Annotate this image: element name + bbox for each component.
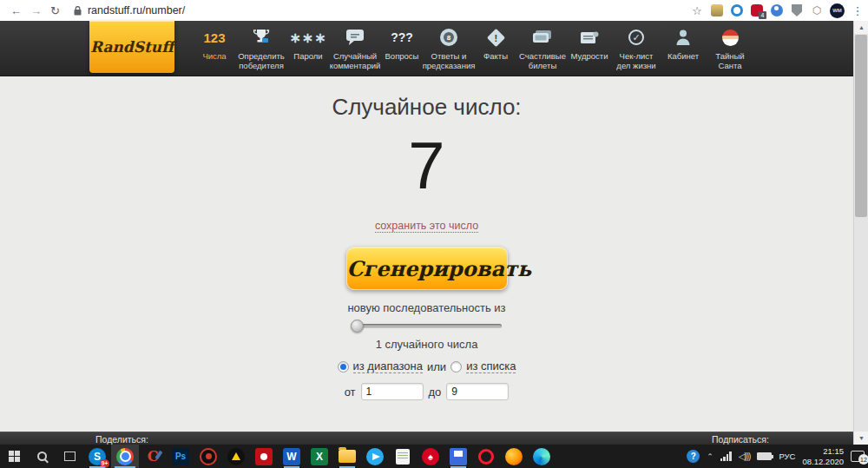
pokerstars-app-icon[interactable]: ♠ <box>417 445 444 468</box>
task-view-icon[interactable] <box>56 445 83 468</box>
battery-icon[interactable] <box>757 452 772 460</box>
skype-app-icon[interactable]: S9+ <box>83 445 111 468</box>
excel-app-icon[interactable]: X <box>306 445 333 468</box>
language-indicator[interactable]: РУС <box>779 452 795 461</box>
from-input[interactable] <box>361 383 424 400</box>
volume-icon[interactable]: ◁))) <box>739 452 751 461</box>
page-title: Случайное число: <box>0 94 853 121</box>
skype-badge: 9+ <box>100 459 109 468</box>
slider-knob[interactable] <box>351 320 364 333</box>
network-icon[interactable] <box>720 452 732 461</box>
bookmark-star-icon[interactable]: ☆ <box>690 3 704 17</box>
start-button[interactable] <box>0 445 28 468</box>
scrollbar-thumb[interactable] <box>855 35 867 217</box>
notepad-app-icon[interactable] <box>389 445 417 468</box>
check-badge-icon: ✓ <box>628 26 644 49</box>
nav-item-lucky-tickets[interactable]: Счастливые билеты <box>519 26 566 71</box>
nav-item-cabinet[interactable]: Кабинет <box>660 26 707 71</box>
nav-item-secret-santa[interactable]: Тайный Санта <box>707 26 753 71</box>
range-radio-label[interactable]: из диапазона <box>353 359 424 373</box>
screen: ← → ↻ randstuff.ru/number/ ☆ 4 ⬡ WM ⋮ Ra… <box>0 0 868 468</box>
numbers-123-icon: 123 <box>203 26 225 49</box>
edge-app-icon[interactable] <box>528 445 556 468</box>
password-extension-icon[interactable] <box>771 4 783 16</box>
save-number-link[interactable]: сохранить это число <box>375 220 478 233</box>
generate-button[interactable]: Сгенерировать <box>346 247 508 290</box>
record-app-icon[interactable] <box>194 445 222 468</box>
cleaner-app-icon[interactable]: C <box>139 445 167 468</box>
extension-icon[interactable] <box>711 4 723 16</box>
to-input[interactable] <box>446 383 509 400</box>
photoshop-app-icon[interactable]: Ps <box>167 445 194 468</box>
nav-item-passwords[interactable]: ∗∗∗ Пароли <box>285 26 332 71</box>
browser-toolbar: ← → ↻ randstuff.ru/number/ ☆ 4 ⬡ WM ⋮ <box>0 0 868 21</box>
list-radio-label[interactable]: из списка <box>466 359 516 373</box>
list-radio[interactable] <box>450 361 462 372</box>
slider-track[interactable] <box>352 324 502 328</box>
notification-center-icon[interactable]: 12 <box>851 451 865 462</box>
site-navbar: RandStuff 123 Числа Определить победител… <box>0 21 868 76</box>
opera-app-icon[interactable] <box>472 445 500 468</box>
address-url[interactable]: randstuff.ru/number/ <box>88 4 185 16</box>
back-icon[interactable]: ← <box>10 4 22 17</box>
firefox-app-icon[interactable] <box>500 445 528 468</box>
nav-item-wisdom[interactable]: Мудрости <box>566 26 613 71</box>
asterisks-icon: ∗∗∗ <box>289 26 326 49</box>
file-explorer-icon[interactable] <box>333 445 361 468</box>
range-radio[interactable] <box>338 361 349 372</box>
page-scrollbar[interactable]: ▲ ▼ <box>853 21 868 445</box>
word-app-icon[interactable]: W <box>278 445 306 468</box>
nav-items: 123 Числа Определить победителя ∗∗∗ Паро… <box>191 26 753 71</box>
help-tray-icon[interactable]: ? <box>687 450 700 463</box>
browser-menu-icon[interactable]: ⋮ <box>851 3 865 17</box>
notification-badge: 12 <box>858 454 868 465</box>
site-logo[interactable]: RandStuff <box>89 21 174 73</box>
to-label: до <box>429 386 442 399</box>
search-icon[interactable] <box>28 445 56 468</box>
from-label: от <box>345 386 356 399</box>
scroll-down-icon[interactable]: ▼ <box>854 432 868 445</box>
nav-item-questions[interactable]: ??? Вопросы <box>378 26 425 71</box>
nav-item-numbers[interactable]: 123 Числа <box>191 26 238 71</box>
count-slider[interactable] <box>352 320 502 333</box>
triangle-app-icon[interactable] <box>222 445 250 468</box>
telegram-app-icon[interactable] <box>361 445 389 468</box>
sequence-text: новую последовательность из <box>0 301 853 314</box>
adblock-extension-icon[interactable]: 4 <box>750 3 764 17</box>
diamond-exclamation-icon: ! <box>490 26 503 49</box>
floppy-app-icon[interactable] <box>444 445 472 468</box>
chrome-app-icon[interactable] <box>111 445 139 468</box>
lock-icon[interactable] <box>74 6 82 16</box>
hidden-icons-chevron[interactable]: ⌃ <box>707 452 713 461</box>
windows-taskbar: S9+ C Ps W X ♠ ? ⌃ ◁))) РУС 21:15 08.12.… <box>0 445 868 468</box>
question-marks-icon: ??? <box>391 26 413 49</box>
eight-ball-icon: 8 <box>440 26 457 49</box>
forward-icon[interactable]: → <box>30 4 42 17</box>
trophy-icon <box>253 26 270 49</box>
extensions-puzzle-icon[interactable]: ⬡ <box>810 3 824 17</box>
adblock-badge: 4 <box>759 11 766 19</box>
tray-date: 08.12.2020 <box>802 457 844 466</box>
nav-item-facts[interactable]: ! Факты <box>472 26 519 71</box>
nav-item-checklist[interactable]: ✓ Чек-лист дел жизни <box>613 26 660 71</box>
scroll-icon <box>579 26 600 49</box>
scroll-up-icon[interactable]: ▲ <box>854 21 868 34</box>
person-icon <box>675 26 691 49</box>
nav-item-answers[interactable]: 8 Ответы и предсказания <box>425 26 472 71</box>
santa-icon <box>722 26 739 49</box>
range-inputs-row: от до <box>0 383 853 400</box>
nav-item-random-comment[interactable]: Случайный комментарий <box>332 26 378 71</box>
tickets-icon <box>532 26 553 49</box>
clock[interactable]: 21:15 08.12.2020 <box>802 446 844 467</box>
reload-icon[interactable]: ↻ <box>50 4 60 17</box>
extension-icon[interactable] <box>731 4 743 16</box>
browser-right-controls: ☆ 4 ⬡ WM ⋮ <box>690 0 865 21</box>
nav-item-pick-winner[interactable]: Определить победителя <box>238 26 285 71</box>
count-text: 1 случайного числа <box>0 338 853 351</box>
mode-radios: из диапазона или из списка <box>0 359 853 373</box>
red-eye-app-icon[interactable] <box>250 445 278 468</box>
shield-extension-icon[interactable] <box>792 4 802 16</box>
subscribe-label: Подписаться: <box>712 434 769 445</box>
share-strip: Поделиться: Подписаться: <box>0 432 853 445</box>
profile-avatar[interactable]: WM <box>830 3 845 18</box>
